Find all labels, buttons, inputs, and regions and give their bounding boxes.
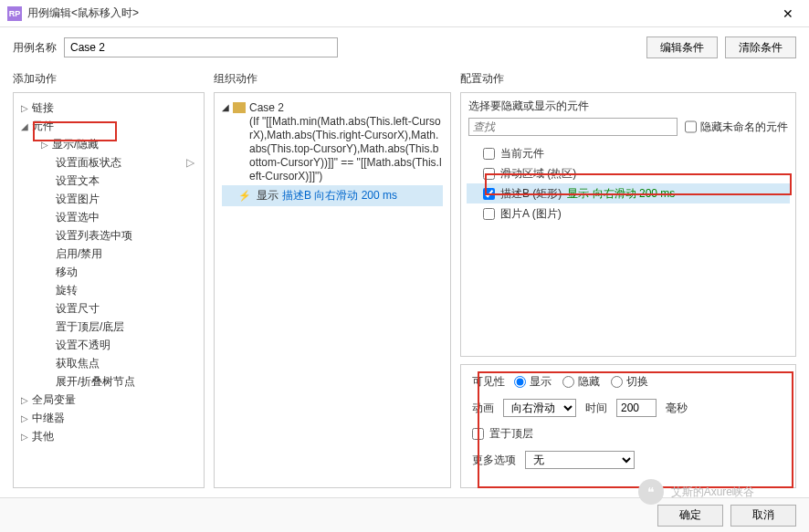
action-row[interactable]: ⚡ 显示 描述B 向右滑动 200 ms <box>222 185 443 206</box>
case-name-text[interactable]: Case 2 <box>249 100 284 115</box>
expand-icon: ▷ <box>21 432 32 442</box>
tree-label: 链接 <box>32 100 54 116</box>
tree-label: 设置不透明 <box>56 338 110 353</box>
org-action-header: 组织动作 <box>214 68 451 92</box>
tree-item[interactable]: 设置不透明 <box>16 336 202 354</box>
anim-select[interactable]: 向右滑动 <box>503 399 576 417</box>
search-input[interactable] <box>468 118 678 136</box>
cancel-button[interactable]: 取消 <box>730 505 796 527</box>
tree-label: 设置尺寸 <box>56 301 100 317</box>
tree-label: 旋转 <box>56 283 78 298</box>
radio-show[interactable]: 显示 <box>514 374 552 390</box>
tree-item[interactable]: ▷中继器 <box>16 409 202 427</box>
action-detail-link: 描述B 向右滑动 200 ms <box>282 188 397 203</box>
expand-icon: ▷ <box>41 140 52 150</box>
tree-label: 设置文本 <box>56 173 100 189</box>
expand-icon: ▷ <box>21 395 32 405</box>
widget-name: 图片A (图片) <box>500 206 562 222</box>
expand-icon: ◢ <box>21 121 32 131</box>
case-expand-icon[interactable]: ◢ <box>222 102 229 112</box>
case-name-input[interactable] <box>64 37 338 57</box>
tree-item[interactable]: ▷链接 <box>16 99 202 117</box>
tree-label: 展开/折叠树节点 <box>56 374 135 390</box>
tree-item[interactable]: 获取焦点 <box>16 354 202 372</box>
tree-label: 显示/隐藏 <box>52 137 99 152</box>
window-title: 用例编辑<鼠标移入时> <box>27 5 774 21</box>
tree-item[interactable]: 设置选中 <box>16 208 202 226</box>
widget-checkbox[interactable] <box>483 208 495 220</box>
widget-name: 描述B (矩形) <box>500 186 562 202</box>
radio-hide[interactable]: 隐藏 <box>562 374 600 390</box>
more-options-label: 更多选项 <box>472 453 516 468</box>
tree-label: 设置图片 <box>56 192 100 207</box>
tree-item[interactable]: ◢元件 <box>16 117 202 135</box>
tree-label: 中继器 <box>32 411 65 426</box>
widget-name: 滑动区域 (热区) <box>500 166 576 182</box>
tree-item[interactable]: ▷其他 <box>16 427 202 445</box>
clear-condition-button[interactable]: 清除条件 <box>725 37 796 58</box>
tree-label: 全局变量 <box>32 392 76 408</box>
case-name-row: 用例名称 编辑条件 清除条件 <box>0 27 809 68</box>
widget-checkbox[interactable] <box>483 168 495 180</box>
widget-item[interactable]: 当前元件 <box>467 143 790 163</box>
ok-button[interactable]: 确定 <box>657 505 723 527</box>
tree-item[interactable]: 启用/禁用 <box>16 245 202 263</box>
tree-item[interactable]: 置于顶层/底层 <box>16 318 202 336</box>
config-options-panel: 可见性 显示 隐藏 切换 动画 向右滑动 时间 毫秒 置于顶层 <box>460 364 796 488</box>
time-unit: 毫秒 <box>666 401 688 416</box>
tree-label: 移动 <box>56 265 78 280</box>
radio-toggle[interactable]: 切换 <box>611 374 648 390</box>
widget-item[interactable]: 图片A (图片) <box>467 203 790 224</box>
chevron-right-icon: ▷ <box>186 156 202 169</box>
folder-icon <box>233 102 246 113</box>
tree-item[interactable]: 设置尺寸 <box>16 299 202 318</box>
action-tree-panel: ▷链接◢元件▷显示/隐藏设置面板状态▷设置文本设置图片设置选中设置列表选中项启用… <box>13 92 205 488</box>
widget-checkbox[interactable] <box>483 188 495 200</box>
tree-item[interactable]: 展开/折叠树节点 <box>16 372 202 391</box>
tree-item[interactable]: 设置图片 <box>16 190 202 208</box>
cfg-action-header: 配置动作 <box>460 68 796 92</box>
tree-label: 获取焦点 <box>56 356 100 371</box>
widget-extra: 显示 向右滑动 200 ms <box>567 186 675 202</box>
hide-unnamed-checkbox[interactable] <box>685 118 697 136</box>
hide-unnamed-label[interactable]: 隐藏未命名的元件 <box>685 118 788 136</box>
tree-label: 设置选中 <box>56 210 100 225</box>
expand-icon: ▷ <box>21 413 32 423</box>
case-panel: ◢ Case 2 (If "[[Math.min(Math.abs(This.l… <box>214 92 451 488</box>
config-widget-panel: 选择要隐藏或显示的元件 隐藏未命名的元件 当前元件滑动区域 (热区)描述B (矩… <box>460 92 796 357</box>
app-icon: RP <box>7 6 22 21</box>
tree-label: 元件 <box>32 119 54 134</box>
bolt-icon: ⚡ <box>238 190 251 202</box>
tree-label: 设置列表选中项 <box>56 228 132 244</box>
more-options-select[interactable]: 无 <box>525 451 635 469</box>
widget-name: 当前元件 <box>500 146 544 162</box>
edit-condition-button[interactable]: 编辑条件 <box>646 37 718 58</box>
footer: 确定 取消 <box>0 497 809 532</box>
tree-item[interactable]: 移动 <box>16 263 202 281</box>
select-widget-title: 选择要隐藏或显示的元件 <box>461 93 795 118</box>
titlebar: RP 用例编辑<鼠标移入时> ✕ <box>0 0 809 27</box>
tree-item[interactable]: 设置面板状态▷ <box>16 153 202 172</box>
tree-label: 启用/禁用 <box>56 246 102 262</box>
widget-checkbox[interactable] <box>483 148 495 160</box>
close-icon[interactable]: ✕ <box>774 6 802 21</box>
tree-item[interactable]: ▷显示/隐藏 <box>16 135 202 153</box>
tree-item[interactable]: ▷全局变量 <box>16 391 202 409</box>
condition-text: (If "[[Math.min(Math.abs(This.left-Curso… <box>222 115 443 183</box>
time-input[interactable] <box>616 399 657 417</box>
bring-front-label[interactable]: 置于顶层 <box>472 426 533 442</box>
tree-item[interactable]: 设置文本 <box>16 172 202 190</box>
tree-label: 置于顶层/底层 <box>56 319 124 335</box>
expand-icon: ▷ <box>21 103 32 113</box>
anim-label: 动画 <box>472 401 494 416</box>
tree-item[interactable]: 旋转 <box>16 281 202 299</box>
visibility-label: 可见性 <box>472 374 505 390</box>
bring-front-checkbox[interactable] <box>472 428 484 440</box>
time-label: 时间 <box>585 401 607 416</box>
tree-label: 其他 <box>32 429 54 444</box>
case-name-label: 用例名称 <box>13 40 57 56</box>
add-action-header: 添加动作 <box>13 68 205 92</box>
tree-item[interactable]: 设置列表选中项 <box>16 226 202 245</box>
widget-item[interactable]: 滑动区域 (热区) <box>467 163 790 183</box>
widget-item[interactable]: 描述B (矩形) 显示 向右滑动 200 ms <box>467 183 790 203</box>
